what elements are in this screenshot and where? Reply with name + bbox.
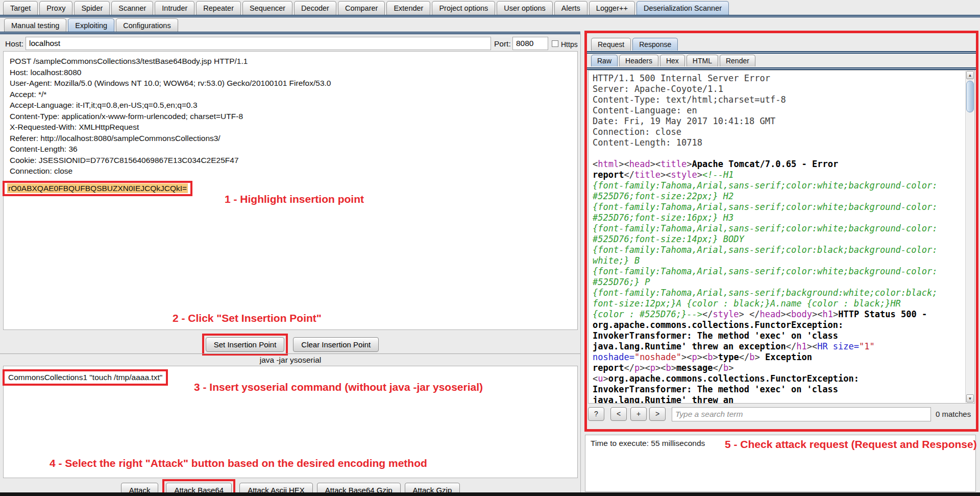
- subtab-configurations[interactable]: Configurations: [116, 18, 178, 32]
- response-scrollbar[interactable]: ▲ ▼: [965, 71, 974, 403]
- tab-comparer[interactable]: Comparer: [338, 1, 385, 15]
- tab-repeater[interactable]: Repeater: [196, 1, 241, 15]
- tab-intruder[interactable]: Intruder: [155, 1, 194, 15]
- panel-divider: [580, 34, 581, 492]
- main-tab-separator: [0, 15, 980, 17]
- annotation-step1: 1 - Highlight insertion point: [225, 193, 364, 205]
- annotation-step4: 4 - Select the right "Attack" button bas…: [50, 457, 427, 469]
- message-tab-separator: [587, 51, 976, 54]
- https-checkbox[interactable]: [552, 40, 558, 47]
- tab-extender[interactable]: Extender: [386, 1, 430, 15]
- subtab-manual-testing[interactable]: Manual testing: [4, 18, 66, 32]
- tab-project-options[interactable]: Project options: [432, 1, 495, 15]
- sub-tab-separator: [0, 32, 580, 34]
- annotation-box-command: CommonsCollections1 "touch /tmp/aaaa.txt…: [3, 369, 168, 386]
- tab-logger[interactable]: Logger++: [589, 1, 635, 15]
- ysoserial-section-label: java -jar ysoserial: [3, 356, 578, 365]
- search-prev-button[interactable]: <: [610, 407, 627, 421]
- host-input[interactable]: [26, 37, 491, 50]
- search-add-button[interactable]: +: [630, 407, 647, 421]
- tab-deserialization-scanner[interactable]: Deserialization Scanner: [636, 1, 729, 15]
- search-next-button[interactable]: >: [649, 407, 666, 421]
- tab-request-view[interactable]: Request: [591, 38, 631, 51]
- request-headers: POST /sampleCommonsCollections3/testBase…: [4, 52, 577, 177]
- search-input[interactable]: [672, 407, 931, 421]
- annotation-box-set-insertion: Set Insertion Point: [202, 334, 288, 356]
- response-raw-text: HTTP/1.1 500 Internal Server ErrorServer…: [589, 70, 974, 404]
- set-insertion-point-button[interactable]: Set Insertion Point: [206, 337, 285, 352]
- tab-response-view[interactable]: Response: [632, 38, 678, 51]
- main-tab-bar: Target Proxy Spider Scanner Intruder Rep…: [3, 1, 730, 15]
- scrollbar-thumb[interactable]: [966, 81, 974, 112]
- bottom-bar: [0, 492, 980, 496]
- clear-insertion-point-button[interactable]: Clear Insertion Point: [293, 337, 379, 352]
- annotation-step5: 5 - Check attack request (Request and Re…: [725, 438, 977, 451]
- ysoserial-command-text[interactable]: CommonsCollections1 "touch /tmp/aaaa.txt…: [8, 373, 162, 382]
- annotation-box-insertion-point: rO0ABXQAE0FBQUFBQSBUZXN0IEJCQkJCQkI=: [3, 181, 192, 196]
- request-editor[interactable]: POST /sampleCommonsCollections3/testBase…: [3, 51, 578, 330]
- tab-sequencer[interactable]: Sequencer: [242, 1, 292, 15]
- scroll-up-icon[interactable]: ▲: [966, 71, 974, 79]
- sub-tab-bar: Manual testing Exploiting Configurations: [4, 18, 180, 32]
- search-help-button[interactable]: ?: [588, 407, 604, 421]
- message-tab-bar: Request Response: [591, 38, 679, 51]
- section-divider: [0, 353, 580, 354]
- tab-render[interactable]: Render: [720, 55, 755, 66]
- response-viewer[interactable]: HTTP/1.1 500 Internal Server ErrorServer…: [588, 70, 975, 404]
- tab-headers[interactable]: Headers: [619, 55, 658, 66]
- tab-decoder[interactable]: Decoder: [294, 1, 336, 15]
- insertion-point-highlight[interactable]: rO0ABXQAE0FBQUFBQSBUZXN0IEJCQkJCQkI=: [7, 183, 188, 193]
- insertion-button-row: Set Insertion Point Clear Insertion Poin…: [3, 334, 578, 356]
- tab-user-options[interactable]: User options: [497, 1, 552, 15]
- port-input[interactable]: [512, 37, 548, 50]
- time-to-execute-text: Time to execute: 55 milliseconds: [591, 439, 705, 448]
- tab-scanner[interactable]: Scanner: [111, 1, 153, 15]
- search-matches-count: 0 matches: [936, 410, 971, 418]
- tab-proxy[interactable]: Proxy: [39, 1, 72, 15]
- tab-html[interactable]: HTML: [687, 55, 718, 66]
- tab-hex[interactable]: Hex: [660, 55, 685, 66]
- host-label: Host:: [5, 39, 23, 49]
- annotation-step2: 2 - Click "Set Insertion Point": [173, 312, 322, 324]
- tab-target[interactable]: Target: [3, 1, 38, 15]
- tab-raw[interactable]: Raw: [591, 55, 618, 66]
- subtab-exploiting[interactable]: Exploiting: [68, 18, 114, 32]
- scroll-down-icon[interactable]: ▼: [966, 394, 974, 403]
- view-tab-bar: Raw Headers Hex HTML Render: [591, 55, 757, 66]
- https-label: Https: [561, 40, 578, 49]
- port-label: Port:: [494, 39, 511, 49]
- tab-alerts[interactable]: Alerts: [554, 1, 587, 15]
- tab-spider[interactable]: Spider: [74, 1, 110, 15]
- annotation-step3: 3 - Insert ysoserial command (without ja…: [194, 381, 483, 393]
